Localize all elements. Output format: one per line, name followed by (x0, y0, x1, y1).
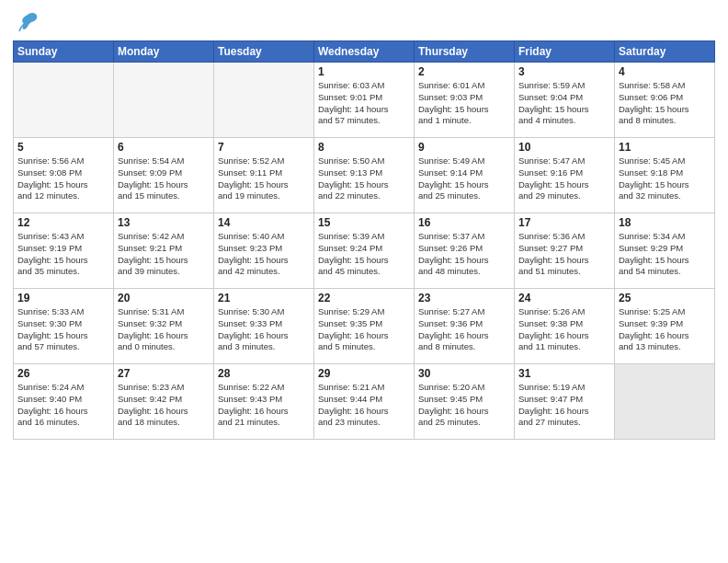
day-cell: 9Sunrise: 5:49 AM Sunset: 9:14 PM Daylig… (415, 138, 515, 213)
day-info: Sunrise: 5:19 AM Sunset: 9:47 PM Dayligh… (518, 382, 610, 429)
day-cell: 3Sunrise: 5:59 AM Sunset: 9:04 PM Daylig… (515, 63, 615, 138)
day-cell (615, 364, 715, 440)
day-cell: 17Sunrise: 5:36 AM Sunset: 9:27 PM Dayli… (515, 213, 615, 289)
day-number: 29 (318, 367, 410, 380)
header-row: SundayMondayTuesdayWednesdayThursdayFrid… (14, 41, 715, 63)
day-info: Sunrise: 5:33 AM Sunset: 9:30 PM Dayligh… (17, 306, 109, 353)
week-row-4: 19Sunrise: 5:33 AM Sunset: 9:30 PM Dayli… (14, 289, 715, 364)
day-cell: 25Sunrise: 5:25 AM Sunset: 9:39 PM Dayli… (615, 289, 715, 364)
day-number: 10 (518, 141, 610, 154)
day-number: 24 (518, 292, 610, 304)
calendar-container: SundayMondayTuesdayWednesdayThursdayFrid… (0, 0, 728, 445)
day-number: 4 (619, 65, 711, 78)
day-info: Sunrise: 5:24 AM Sunset: 9:40 PM Dayligh… (17, 382, 109, 429)
day-cell: 24Sunrise: 5:26 AM Sunset: 9:38 PM Dayli… (515, 289, 615, 364)
col-header-tuesday: Tuesday (214, 41, 314, 63)
day-number: 12 (17, 216, 109, 229)
day-info: Sunrise: 5:20 AM Sunset: 9:45 PM Dayligh… (418, 382, 510, 429)
day-number: 23 (418, 292, 510, 304)
day-cell: 12Sunrise: 5:43 AM Sunset: 9:19 PM Dayli… (14, 213, 114, 289)
col-header-monday: Monday (114, 41, 214, 63)
day-number: 16 (418, 216, 510, 229)
day-cell (114, 63, 214, 138)
day-info: Sunrise: 5:52 AM Sunset: 9:11 PM Dayligh… (218, 155, 310, 202)
day-cell: 8Sunrise: 5:50 AM Sunset: 9:13 PM Daylig… (314, 138, 415, 213)
day-cell: 4Sunrise: 5:58 AM Sunset: 9:06 PM Daylig… (615, 63, 715, 138)
day-number: 27 (118, 367, 210, 380)
day-cell: 15Sunrise: 5:39 AM Sunset: 9:24 PM Dayli… (314, 213, 415, 289)
day-number: 15 (318, 216, 410, 229)
day-number: 18 (619, 216, 711, 229)
day-info: Sunrise: 5:59 AM Sunset: 9:04 PM Dayligh… (518, 80, 610, 127)
col-header-friday: Friday (515, 41, 615, 63)
day-cell: 10Sunrise: 5:47 AM Sunset: 9:16 PM Dayli… (515, 138, 615, 213)
day-number: 5 (17, 141, 109, 154)
day-cell: 14Sunrise: 5:40 AM Sunset: 9:23 PM Dayli… (214, 213, 314, 289)
day-info: Sunrise: 5:25 AM Sunset: 9:39 PM Dayligh… (619, 306, 711, 353)
week-row-5: 26Sunrise: 5:24 AM Sunset: 9:40 PM Dayli… (14, 364, 715, 440)
day-number: 8 (318, 141, 410, 154)
day-cell: 28Sunrise: 5:22 AM Sunset: 9:43 PM Dayli… (214, 364, 314, 440)
col-header-saturday: Saturday (615, 41, 715, 63)
day-info: Sunrise: 5:22 AM Sunset: 9:43 PM Dayligh… (218, 382, 310, 429)
day-info: Sunrise: 5:34 AM Sunset: 9:29 PM Dayligh… (619, 231, 711, 278)
day-number: 22 (318, 292, 410, 304)
day-number: 7 (218, 141, 310, 154)
day-cell: 6Sunrise: 5:54 AM Sunset: 9:09 PM Daylig… (114, 138, 214, 213)
day-cell: 29Sunrise: 5:21 AM Sunset: 9:44 PM Dayli… (314, 364, 415, 440)
day-number: 17 (518, 216, 610, 229)
day-info: Sunrise: 5:31 AM Sunset: 9:32 PM Dayligh… (118, 306, 210, 353)
day-info: Sunrise: 5:50 AM Sunset: 9:13 PM Dayligh… (318, 155, 410, 202)
day-number: 3 (518, 65, 610, 78)
day-info: Sunrise: 6:01 AM Sunset: 9:03 PM Dayligh… (418, 80, 510, 127)
day-info: Sunrise: 5:39 AM Sunset: 9:24 PM Dayligh… (318, 231, 410, 278)
day-number: 19 (17, 292, 109, 304)
day-info: Sunrise: 5:23 AM Sunset: 9:42 PM Dayligh… (118, 382, 210, 429)
day-info: Sunrise: 5:36 AM Sunset: 9:27 PM Dayligh… (518, 231, 610, 278)
day-info: Sunrise: 5:58 AM Sunset: 9:06 PM Dayligh… (619, 80, 711, 127)
day-info: Sunrise: 5:30 AM Sunset: 9:33 PM Dayligh… (218, 306, 310, 353)
day-number: 11 (619, 141, 711, 154)
day-cell: 2Sunrise: 6:01 AM Sunset: 9:03 PM Daylig… (415, 63, 515, 138)
day-cell: 19Sunrise: 5:33 AM Sunset: 9:30 PM Dayli… (14, 289, 114, 364)
day-info: Sunrise: 5:26 AM Sunset: 9:38 PM Dayligh… (518, 306, 610, 353)
day-cell: 31Sunrise: 5:19 AM Sunset: 9:47 PM Dayli… (515, 364, 615, 440)
day-number: 13 (118, 216, 210, 229)
day-cell: 11Sunrise: 5:45 AM Sunset: 9:18 PM Dayli… (615, 138, 715, 213)
day-cell: 5Sunrise: 5:56 AM Sunset: 9:08 PM Daylig… (14, 138, 114, 213)
day-number: 31 (518, 367, 610, 380)
day-number: 28 (218, 367, 310, 380)
day-info: Sunrise: 5:54 AM Sunset: 9:09 PM Dayligh… (118, 155, 210, 202)
day-number: 6 (118, 141, 210, 154)
calendar-table: SundayMondayTuesdayWednesdayThursdayFrid… (13, 40, 715, 440)
day-info: Sunrise: 5:40 AM Sunset: 9:23 PM Dayligh… (218, 231, 310, 278)
day-info: Sunrise: 5:21 AM Sunset: 9:44 PM Dayligh… (318, 382, 410, 429)
col-header-wednesday: Wednesday (314, 41, 415, 63)
day-cell: 7Sunrise: 5:52 AM Sunset: 9:11 PM Daylig… (214, 138, 314, 213)
day-cell: 21Sunrise: 5:30 AM Sunset: 9:33 PM Dayli… (214, 289, 314, 364)
day-cell: 26Sunrise: 5:24 AM Sunset: 9:40 PM Dayli… (14, 364, 114, 440)
day-number: 26 (17, 367, 109, 380)
day-number: 21 (218, 292, 310, 304)
logo (13, 9, 40, 35)
day-info: Sunrise: 5:47 AM Sunset: 9:16 PM Dayligh… (518, 155, 610, 202)
day-cell: 27Sunrise: 5:23 AM Sunset: 9:42 PM Dayli… (114, 364, 214, 440)
col-header-thursday: Thursday (415, 41, 515, 63)
day-number: 20 (118, 292, 210, 304)
day-cell: 30Sunrise: 5:20 AM Sunset: 9:45 PM Dayli… (415, 364, 515, 440)
day-cell (14, 63, 114, 138)
header (13, 9, 715, 35)
day-number: 14 (218, 216, 310, 229)
day-info: Sunrise: 5:27 AM Sunset: 9:36 PM Dayligh… (418, 306, 510, 353)
day-cell: 23Sunrise: 5:27 AM Sunset: 9:36 PM Dayli… (415, 289, 515, 364)
day-cell: 13Sunrise: 5:42 AM Sunset: 9:21 PM Dayli… (114, 213, 214, 289)
day-number: 1 (318, 65, 410, 78)
day-info: Sunrise: 5:56 AM Sunset: 9:08 PM Dayligh… (17, 155, 109, 202)
day-cell: 1Sunrise: 6:03 AM Sunset: 9:01 PM Daylig… (314, 63, 415, 138)
day-number: 30 (418, 367, 510, 380)
col-header-sunday: Sunday (14, 41, 114, 63)
day-cell: 22Sunrise: 5:29 AM Sunset: 9:35 PM Dayli… (314, 289, 415, 364)
day-info: Sunrise: 5:29 AM Sunset: 9:35 PM Dayligh… (318, 306, 410, 353)
day-number: 25 (619, 292, 711, 304)
day-info: Sunrise: 5:42 AM Sunset: 9:21 PM Dayligh… (118, 231, 210, 278)
